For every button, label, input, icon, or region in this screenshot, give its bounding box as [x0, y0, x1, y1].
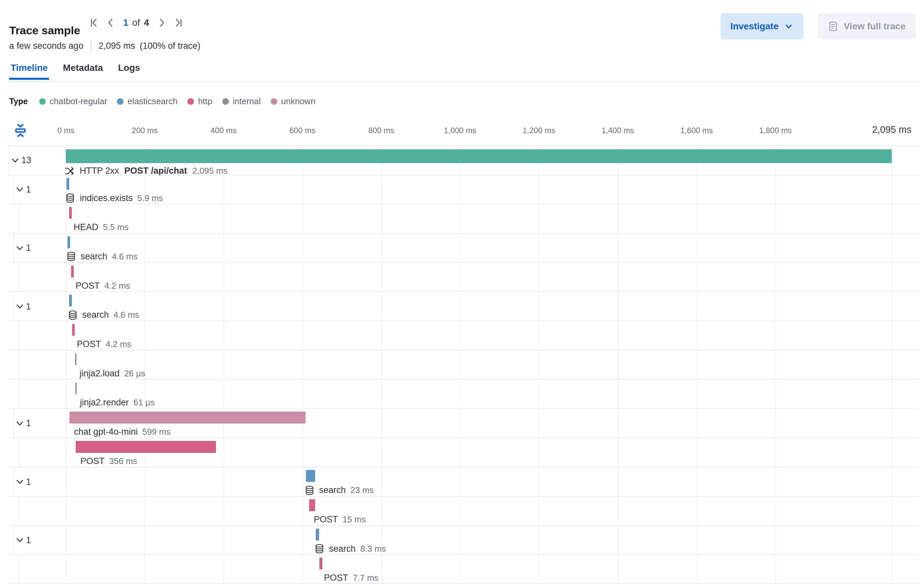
next-page-button[interactable]: [155, 16, 169, 30]
waterfall-row: POST 15 ms: [8, 496, 919, 525]
legend-item: internal: [222, 96, 261, 106]
span-name: POST: [77, 339, 101, 349]
legend-item-label: elasticsearch: [127, 96, 178, 106]
waterfall: 13 HTTP 2xx POST /api/chat 2,095 ms 1 in…: [8, 146, 919, 584]
tab-timeline[interactable]: Timeline: [9, 63, 49, 80]
span-label[interactable]: POST 15 ms: [314, 515, 366, 524]
span-label[interactable]: jinja2.load 26 µs: [80, 369, 145, 379]
legend-dot-icon: [271, 98, 277, 105]
span-label[interactable]: search 4.6 ms: [68, 310, 139, 320]
span-label[interactable]: search 8.3 ms: [315, 544, 386, 554]
span-duration: 26 µs: [124, 369, 145, 379]
span-bar[interactable]: [68, 236, 70, 248]
child-count: 1: [26, 184, 31, 194]
legend-items: chatbot-regular elasticsearch http inter…: [39, 96, 315, 106]
accordion-guide-line: [19, 351, 20, 379]
span-duration: 8.3 ms: [360, 544, 386, 554]
span-label[interactable]: POST 7.7 ms: [324, 573, 379, 583]
legend-dot-icon: [222, 98, 229, 105]
database-icon: [66, 251, 76, 261]
chevron-down-icon: [15, 243, 24, 252]
first-page-icon: [89, 18, 99, 28]
accordion-guide-line: [19, 555, 20, 584]
accordion-toggle[interactable]: 1: [13, 475, 33, 489]
database-icon: [315, 544, 324, 554]
span-label[interactable]: HEAD 5.5 ms: [74, 222, 129, 232]
span-bar[interactable]: [69, 412, 305, 424]
accordion-toggle[interactable]: 1: [13, 299, 33, 313]
span-bar[interactable]: [306, 470, 315, 482]
span-bar[interactable]: [309, 499, 315, 511]
span-label[interactable]: POST 356 ms: [80, 456, 137, 467]
legend-item: elasticsearch: [117, 96, 178, 106]
span-duration: 4.6 ms: [114, 310, 139, 320]
child-count: 1: [26, 535, 31, 545]
waterfall-row: POST 7.7 ms: [8, 554, 919, 584]
accordion-toggle[interactable]: 1: [13, 416, 33, 430]
tab-metadata[interactable]: Metadata: [61, 63, 104, 80]
database-icon: [68, 310, 78, 320]
waterfall-row: jinja2.load 26 µs: [8, 350, 919, 379]
accordion-toggle[interactable]: 1: [13, 182, 33, 197]
accordion-toggle[interactable]: 1: [13, 533, 33, 547]
waterfall-row: 13 HTTP 2xx POST /api/chat 2,095 ms: [8, 146, 919, 175]
span-bar[interactable]: [319, 558, 322, 569]
chevron-down-icon: [15, 302, 24, 311]
span-name: POST: [76, 281, 100, 291]
span-label[interactable]: jinja2.render 61 µs: [80, 397, 155, 408]
span-bar[interactable]: [76, 441, 216, 453]
collapse-all-button[interactable]: [13, 123, 28, 139]
span-name: search: [82, 310, 109, 320]
span-label[interactable]: indices.exists 5.9 ms: [65, 193, 163, 203]
axis-tick-label: 800 ms: [368, 126, 394, 135]
last-page-button[interactable]: [172, 16, 185, 30]
waterfall-row: 1 search 4.6 ms: [8, 291, 919, 321]
chevron-down-icon: [15, 478, 24, 486]
legend-title: Type: [9, 96, 28, 106]
waterfall-row: HEAD 5.5 ms: [8, 203, 919, 233]
span-duration: 23 ms: [350, 485, 374, 495]
document-icon: [828, 21, 838, 31]
trace-duration: 2,095 ms: [99, 41, 135, 51]
span-bar[interactable]: [71, 266, 74, 278]
accordion-toggle[interactable]: 1: [13, 241, 33, 255]
waterfall-row: 1 search 23 ms: [8, 467, 919, 496]
span-label[interactable]: POST 4.2 ms: [77, 339, 131, 349]
span-bar[interactable]: [66, 149, 892, 163]
accordion-guide-line: [19, 380, 20, 408]
span-label[interactable]: POST 4.2 ms: [76, 281, 130, 291]
waterfall-row: 1 search 4.6 ms: [8, 233, 919, 262]
waterfall-row: 1 search 8.3 ms: [8, 525, 919, 555]
span-name: HEAD: [74, 222, 99, 232]
span-name: POST: [324, 573, 348, 583]
legend-item-label: internal: [233, 96, 261, 106]
span-bar[interactable]: [69, 207, 72, 219]
tab-logs[interactable]: Logs: [117, 63, 141, 80]
previous-page-button[interactable]: [103, 16, 117, 30]
investigate-button[interactable]: Investigate: [721, 13, 804, 40]
span-bar[interactable]: [69, 294, 72, 306]
span-label[interactable]: search 23 ms: [305, 485, 374, 495]
span-bar[interactable]: [75, 353, 76, 365]
span-bar[interactable]: [76, 382, 77, 394]
accordion-toggle[interactable]: 13: [9, 153, 33, 167]
waterfall-row: POST 4.2 ms: [8, 321, 919, 350]
span-bar[interactable]: [316, 529, 319, 541]
database-icon: [305, 485, 315, 495]
next-page-icon: [157, 18, 167, 28]
span-duration: 5.5 ms: [103, 222, 129, 232]
child-count: 1: [26, 418, 31, 428]
span-bar[interactable]: [72, 324, 75, 336]
first-page-button[interactable]: [87, 16, 101, 30]
chevron-down-icon: [11, 156, 20, 164]
span-name: jinja2.render: [80, 397, 129, 408]
span-label[interactable]: search 4.6 ms: [66, 251, 138, 262]
span-bar[interactable]: [66, 178, 69, 190]
axis-tick-label: 1,200 ms: [523, 126, 555, 135]
view-full-trace-button[interactable]: View full trace: [818, 13, 916, 40]
page-status: 1 of 4: [123, 17, 149, 28]
axis-tick-label: 200 ms: [132, 126, 158, 135]
legend-item-label: chatbot-regular: [50, 96, 107, 106]
legend-item-label: http: [198, 96, 212, 106]
span-label[interactable]: chat gpt-4o-mini 599 ms: [74, 427, 171, 437]
